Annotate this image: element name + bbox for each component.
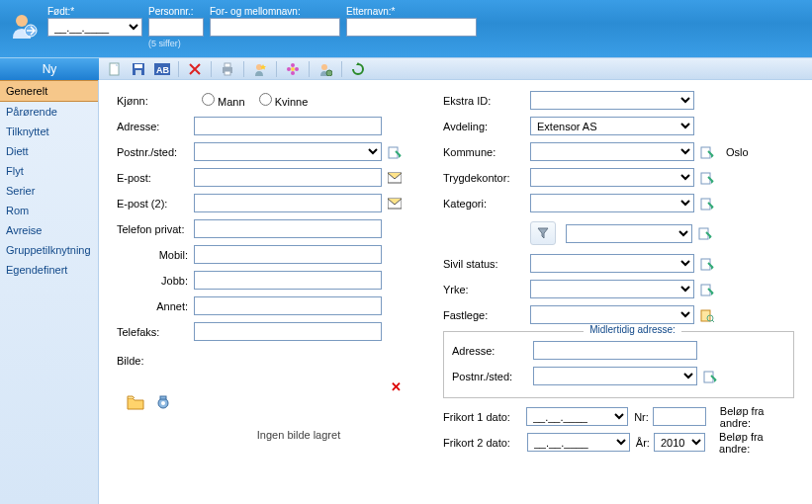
sidebar-item-rom[interactable]: Rom	[0, 201, 98, 220]
radio-mann[interactable]	[202, 93, 215, 106]
svg-point-17	[321, 64, 327, 70]
select-sivil[interactable]	[530, 254, 694, 273]
lookup-postnr-icon[interactable]	[386, 143, 404, 161]
svg-point-13	[291, 71, 295, 75]
person-icon	[8, 10, 40, 42]
left-column: Kjønn: Mann Kvinne Adresse: Postnr./sted…	[117, 90, 423, 504]
field-personnr: Personnr.: (5 siffer)	[148, 6, 204, 48]
svg-rect-10	[225, 71, 230, 75]
toolbar: AB	[99, 57, 812, 80]
main-area: Generelt Pårørende Tilknyttet Diett Flyt…	[0, 80, 812, 504]
label-epost2: E-post (2):	[117, 198, 194, 210]
form-content: Kjønn: Mann Kvinne Adresse: Postnr./sted…	[99, 80, 812, 504]
lookup-fastlege-icon[interactable]	[698, 306, 716, 324]
label-frikort1: Frikort 1 dato:	[443, 411, 526, 423]
select-ekstraid[interactable]	[530, 91, 694, 110]
sidebar-item-flyt[interactable]: Flyt	[0, 161, 98, 181]
input-nr[interactable]	[653, 407, 706, 426]
bilde-clear-icon[interactable]: ✕	[391, 379, 404, 394]
radio-kvinne[interactable]	[259, 93, 272, 106]
select-kategori[interactable]	[530, 194, 694, 212]
flower-icon[interactable]	[283, 59, 303, 79]
sidebar-item-generelt[interactable]: Generelt	[0, 80, 98, 102]
lookup-kategori2-icon[interactable]	[696, 224, 714, 242]
sidebar-item-parorende[interactable]: Pårørende	[0, 102, 98, 122]
select-postnr[interactable]	[194, 142, 382, 161]
input-mid-adresse[interactable]	[533, 341, 697, 360]
input-etternavn[interactable]	[346, 18, 477, 37]
select-trygdekontor[interactable]	[530, 168, 694, 187]
sidebar-item-diett[interactable]: Diett	[0, 141, 98, 161]
select-ar[interactable]: 2010	[654, 433, 705, 452]
sidebar-item-avreise[interactable]: Avreise	[0, 220, 98, 240]
input-fodt[interactable]: __.__.____	[47, 18, 142, 37]
input-mobil[interactable]	[194, 245, 382, 264]
select-fastlege[interactable]	[530, 305, 694, 324]
input-personnr[interactable]	[148, 18, 204, 37]
radio-mann-wrapper[interactable]: Mann	[202, 93, 245, 108]
lookup-kategori-icon[interactable]	[698, 195, 716, 212]
select-frikort1[interactable]: __.__.____	[526, 407, 628, 426]
sidebar-item-gruppetilknytning[interactable]: Gruppetilknytning	[0, 240, 98, 260]
refresh-icon[interactable]	[348, 59, 368, 79]
user-gear-icon[interactable]	[316, 59, 335, 79]
select-frikort2[interactable]: __.__.____	[527, 433, 630, 452]
input-annet[interactable]	[194, 296, 382, 315]
camera-icon[interactable]	[154, 393, 172, 411]
svg-point-14	[287, 67, 291, 71]
field-fornavn: For- og mellomnavn:	[210, 6, 340, 48]
ab-icon[interactable]: AB	[152, 59, 172, 79]
mail-icon[interactable]	[386, 169, 404, 187]
input-epost2[interactable]	[194, 194, 382, 212]
label-ar: År:	[636, 437, 650, 449]
legend-midlertidig: Midlertidig adresse:	[584, 324, 681, 335]
svg-rect-24	[160, 396, 166, 399]
toolbar-separator	[178, 61, 179, 77]
select-yrke[interactable]	[530, 280, 694, 298]
mail-icon-2[interactable]	[386, 195, 404, 212]
user-star-icon[interactable]	[250, 59, 270, 79]
lookup-trygdekontor-icon[interactable]	[698, 169, 716, 187]
toolbar-separator	[243, 61, 244, 77]
print-icon[interactable]	[218, 59, 237, 79]
sidebar-item-serier[interactable]: Serier	[0, 181, 98, 201]
select-kommune[interactable]	[530, 142, 694, 161]
sidebar-item-egendefinert[interactable]: Egendefinert	[0, 260, 98, 280]
lookup-kommune-icon[interactable]	[698, 143, 716, 161]
toolbar-separator	[276, 61, 277, 77]
input-epost[interactable]	[194, 168, 382, 187]
field-etternavn: Etternavn:*	[346, 6, 477, 48]
lookup-yrke-icon[interactable]	[698, 281, 716, 298]
lookup-mid-postnr-icon[interactable]	[701, 368, 719, 385]
svg-point-16	[291, 67, 295, 71]
input-adresse[interactable]	[194, 117, 382, 135]
input-telefaks[interactable]	[194, 322, 382, 341]
input-fornavn[interactable]	[210, 18, 340, 37]
save-icon[interactable]	[129, 59, 148, 79]
new-icon[interactable]	[105, 59, 125, 79]
svg-point-15	[295, 67, 299, 71]
kommune-text: Oslo	[726, 146, 749, 158]
label-sivil: Sivil status:	[443, 258, 530, 270]
label-kommune: Kommune:	[443, 146, 530, 158]
field-fodt: Født:* __.__.____	[47, 6, 142, 48]
label-telefaks: Telefaks:	[117, 326, 194, 338]
svg-point-12	[291, 63, 295, 67]
sidebar-item-tilknyttet[interactable]: Tilknyttet	[0, 122, 98, 141]
label-adresse: Adresse:	[117, 121, 194, 132]
label-kategori: Kategori:	[443, 198, 530, 210]
select-mid-postnr[interactable]	[533, 367, 697, 385]
input-jobb[interactable]	[194, 271, 382, 290]
filter-icon[interactable]	[530, 221, 556, 245]
input-telefon[interactable]	[194, 219, 382, 238]
folder-icon[interactable]	[127, 393, 144, 411]
label-belop1: Beløp fra andre:	[720, 405, 794, 429]
top-search-bar: Født:* __.__.____ Personnr.: (5 siffer) …	[0, 0, 812, 57]
select-kategori2[interactable]	[566, 224, 692, 243]
delete-icon[interactable]	[185, 59, 205, 79]
select-avdeling[interactable]: Extensor AS	[530, 117, 694, 135]
toolbar-separator	[341, 61, 342, 77]
label-nr: Nr:	[634, 411, 649, 423]
lookup-sivil-icon[interactable]	[698, 255, 716, 273]
radio-kvinne-wrapper[interactable]: Kvinne	[259, 93, 309, 108]
